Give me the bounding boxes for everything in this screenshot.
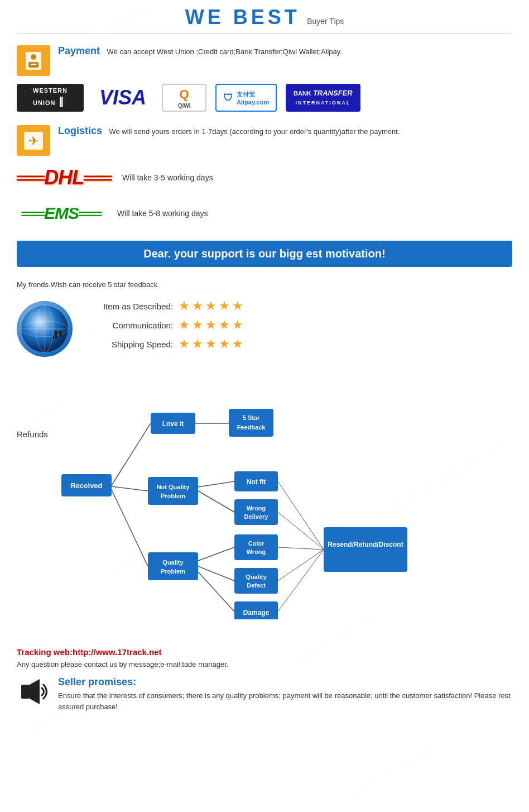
tracking-label: Tracking web: bbox=[17, 647, 73, 657]
seller-promises-block: Seller promises: Ensure that the interes… bbox=[58, 676, 512, 712]
feedback-note: My frends.Wish can receive 5 star feedba… bbox=[17, 280, 512, 289]
stars-shipping: ★ ★ ★ ★ ★ bbox=[179, 337, 243, 351]
logistics-label: Logistics bbox=[58, 125, 102, 136]
svg-point-1 bbox=[31, 54, 36, 60]
svg-text:5 Star: 5 Star bbox=[243, 414, 260, 421]
star-1: ★ bbox=[179, 299, 190, 313]
ems-logo: ══EMS══ bbox=[17, 199, 106, 227]
star-row-item-described: Item as Described: ★ ★ ★ ★ ★ bbox=[84, 299, 243, 313]
dhl-desc: Will take 3-5 working days bbox=[122, 173, 213, 182]
stars-communication: ★ ★ ★ ★ ★ bbox=[179, 318, 243, 332]
svg-line-45 bbox=[198, 491, 234, 512]
payment-section: Payment We can accept West Union ;Credit… bbox=[17, 45, 512, 112]
star-c5: ★ bbox=[232, 318, 243, 332]
tracking-section: Tracking web:http://www.17track.net Any … bbox=[17, 642, 512, 718]
svg-line-40 bbox=[112, 423, 151, 485]
svg-text:Problem: Problem bbox=[161, 493, 185, 499]
star-c4: ★ bbox=[219, 318, 230, 332]
page-wrapper: WE BEST Buyer Tips Payment We can accept… bbox=[0, 0, 529, 734]
svg-line-46 bbox=[198, 547, 234, 561]
star-label-shipping: Shipping Speed: bbox=[84, 340, 173, 349]
star-label-communication: Communication: bbox=[84, 321, 173, 330]
plane-svg-icon: ✈ bbox=[23, 131, 44, 151]
svg-line-50 bbox=[278, 512, 324, 550]
svg-text:Not Quality: Not Quality bbox=[157, 484, 190, 490]
star-2: ★ bbox=[192, 299, 203, 313]
svg-line-52 bbox=[278, 550, 324, 581]
star-3: ★ bbox=[205, 299, 217, 313]
svg-text:Quality: Quality bbox=[162, 559, 184, 566]
globe-svg: " bbox=[20, 304, 70, 354]
tracking-link: http://www.17track.net bbox=[73, 647, 161, 657]
svg-rect-30 bbox=[234, 534, 278, 560]
star-rows: Item as Described: ★ ★ ★ ★ ★ Communicati… bbox=[84, 299, 243, 351]
seller-row: Seller promises: Ensure that the interes… bbox=[17, 676, 512, 712]
svg-line-47 bbox=[198, 566, 234, 581]
svg-text:": " bbox=[52, 333, 57, 347]
svg-line-42 bbox=[112, 486, 148, 491]
svg-text:Feedback: Feedback bbox=[237, 424, 266, 431]
logistics-section: ✈ Logistics We will send yours orders in… bbox=[17, 125, 512, 227]
feedback-row: " Item as Described: ★ ★ ★ ★ ★ Communica… bbox=[17, 295, 512, 357]
svg-rect-22 bbox=[148, 552, 198, 580]
header-title: WE BEST bbox=[185, 6, 300, 28]
feedback-section: My frends.Wish can receive 5 star feedba… bbox=[17, 275, 512, 362]
stars-item-described: ★ ★ ★ ★ ★ bbox=[179, 299, 243, 313]
svg-rect-33 bbox=[234, 568, 278, 594]
svg-line-49 bbox=[278, 481, 324, 550]
star-s1: ★ bbox=[179, 337, 190, 351]
ems-row: ══EMS══ Will take 5-8 working days bbox=[17, 199, 512, 227]
payment-row: Payment We can accept West Union ;Credit… bbox=[17, 45, 512, 76]
refunds-label: Refunds bbox=[17, 429, 48, 439]
star-row-communication: Communication: ★ ★ ★ ★ ★ bbox=[84, 318, 243, 332]
dhl-text: ══DHL══ bbox=[17, 166, 111, 189]
seller-promises-text: Ensure that the interests of consumers; … bbox=[58, 690, 512, 712]
svg-line-48 bbox=[198, 572, 234, 612]
svg-line-51 bbox=[278, 547, 324, 550]
payment-text-block: Payment We can accept West Union ;Credit… bbox=[58, 45, 342, 58]
svg-rect-19 bbox=[148, 477, 198, 505]
svg-rect-54 bbox=[21, 685, 30, 699]
svg-text:Not fit: Not fit bbox=[247, 478, 266, 486]
speaker-icon bbox=[17, 676, 50, 707]
star-row-shipping: Shipping Speed: ★ ★ ★ ★ ★ bbox=[84, 337, 243, 351]
svg-rect-16 bbox=[229, 409, 273, 437]
refunds-section: Refunds Received Love it 5 Star Feedback… bbox=[17, 379, 512, 625]
svg-line-53 bbox=[278, 550, 324, 612]
svg-text:Color: Color bbox=[248, 540, 264, 547]
star-s4: ★ bbox=[219, 337, 230, 351]
svg-text:Love it: Love it bbox=[162, 420, 184, 428]
star-4: ★ bbox=[219, 299, 230, 313]
svg-text:Defect: Defect bbox=[247, 582, 266, 589]
svg-rect-27 bbox=[234, 499, 278, 525]
feedback-globe: " bbox=[17, 301, 73, 357]
speaker-svg-icon bbox=[18, 676, 49, 707]
payment-logos-row: WESTERNUNION ‖ VISA Q QIWI 🛡 支付宝Alipay.c… bbox=[17, 84, 512, 112]
svg-text:✈: ✈ bbox=[28, 134, 39, 148]
refunds-flowchart-svg: Received Love it 5 Star Feedback Not Qua… bbox=[28, 379, 508, 619]
dhl-logo: ══DHL══ bbox=[17, 164, 111, 192]
svg-marker-55 bbox=[30, 679, 40, 704]
svg-text:Problem: Problem bbox=[161, 568, 185, 575]
star-c1: ★ bbox=[179, 318, 190, 332]
page-header: WE BEST Buyer Tips bbox=[17, 6, 512, 34]
ems-desc: Will take 5-8 working days bbox=[117, 209, 208, 218]
star-5: ★ bbox=[232, 299, 243, 313]
svg-text:Delivery: Delivery bbox=[244, 513, 269, 520]
svg-text:Quality: Quality bbox=[246, 574, 267, 580]
svg-line-44 bbox=[198, 481, 234, 487]
logistics-row: ✈ Logistics We will send yours orders in… bbox=[17, 125, 512, 156]
svg-text:Wrong: Wrong bbox=[247, 548, 266, 555]
payment-label: Payment bbox=[58, 45, 100, 56]
svg-text:Received: Received bbox=[70, 481, 102, 490]
star-label-item-described: Item as Described: bbox=[84, 302, 173, 311]
motivation-banner: Dear. your support is our bigg est motiv… bbox=[17, 241, 512, 267]
svg-text:Resend/Refund/Discont: Resend/Refund/Discont bbox=[328, 541, 403, 548]
logistics-description: We will send yours orders in 1-7days (ac… bbox=[109, 127, 400, 136]
dhl-row: ══DHL══ Will take 3-5 working days bbox=[17, 164, 512, 192]
svg-text:Damage: Damage bbox=[243, 609, 270, 617]
svg-rect-38 bbox=[324, 527, 407, 572]
star-s3: ★ bbox=[205, 337, 217, 351]
logistics-text-block: Logistics We will send yours orders in 1… bbox=[58, 125, 400, 137]
header-subtitle: Buyer Tips bbox=[307, 17, 344, 26]
